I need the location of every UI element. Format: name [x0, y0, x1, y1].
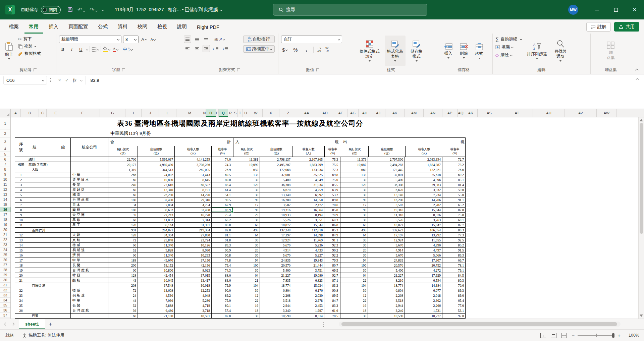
cell[interactable]: 4,048: [175, 293, 212, 298]
cell[interactable]: 84.5: [442, 273, 466, 278]
cell[interactable]: 大韓: [71, 233, 108, 237]
cell[interactable]: 2,944: [368, 303, 405, 308]
page-break-view-icon[interactable]: [561, 333, 567, 338]
row-header-15[interactable]: 15: [0, 202, 10, 207]
row-header-29[interactable]: 29: [0, 273, 10, 278]
cell[interactable]: [27, 288, 71, 293]
cell[interactable]: 5,670: [368, 253, 405, 258]
cell[interactable]: 90.9: [212, 248, 233, 252]
cell[interactable]: 11,340: [138, 243, 175, 247]
cell[interactable]: 4,433: [292, 248, 324, 252]
cell[interactable]: 64.3: [324, 218, 340, 222]
cell[interactable]: 11,379: [340, 157, 368, 162]
cell[interactable]: 74.9: [324, 213, 340, 217]
fill-button[interactable]: 填滿: [495, 44, 522, 50]
cell[interactable]: 5,400: [260, 177, 292, 182]
cell[interactable]: 90.8: [212, 253, 233, 258]
cell[interactable]: 3,518: [260, 298, 292, 303]
cell[interactable]: 87.1: [324, 278, 340, 283]
cell[interactable]: 84.9: [324, 233, 340, 237]
cell[interactable]: 16: [15, 253, 27, 258]
cell[interactable]: 16,564: [292, 208, 324, 212]
tab-Right PDF[interactable]: Right PDF: [193, 21, 224, 34]
cell[interactable]: 87.8: [212, 314, 233, 318]
cell[interactable]: 30: [233, 253, 260, 258]
cell[interactable]: 77.3: [324, 167, 340, 172]
cell[interactable]: 14,766: [405, 197, 442, 202]
number-format-select[interactable]: 自訂: [281, 36, 342, 43]
delete-cells-button[interactable]: 刪除: [458, 36, 470, 66]
font-size-select[interactable]: 8: [123, 36, 139, 43]
name-box[interactable]: O16: [3, 76, 47, 84]
cell[interactable]: 86.8: [212, 223, 233, 227]
insert-cells-button[interactable]: 插入: [442, 36, 455, 66]
cell[interactable]: 52: [108, 248, 138, 252]
cell[interactable]: 64: [233, 273, 260, 278]
cell[interactable]: 94: [233, 258, 260, 263]
wrap-text-button[interactable]: abc↩ 自動換行: [243, 36, 275, 43]
cell[interactable]: 30: [233, 187, 260, 192]
cell[interactable]: 27,890: [175, 233, 212, 237]
cell[interactable]: [27, 182, 71, 187]
cell[interactable]: 24: [108, 293, 138, 298]
alignment-dialog-launcher-icon[interactable]: [237, 68, 240, 71]
selected-cell[interactable]: 83.9: [212, 208, 233, 212]
cell[interactable]: 7: [15, 203, 27, 207]
increase-decimal-icon[interactable]: ←0.00: [317, 47, 321, 53]
namebox-splitter[interactable]: [50, 78, 51, 82]
cell[interactable]: 74.0: [212, 157, 233, 162]
cell[interactable]: 100: [233, 263, 260, 268]
vertical-scrollbar[interactable]: [638, 117, 644, 319]
cell[interactable]: 65.2: [442, 203, 466, 207]
cell[interactable]: 22: [340, 278, 368, 283]
cell[interactable]: 60: [108, 177, 138, 182]
minimize-button[interactable]: ─: [588, 0, 606, 19]
cell[interactable]: 76.9: [212, 167, 233, 172]
cell[interactable]: 酷航: [71, 278, 108, 283]
cell[interactable]: 5,400: [368, 268, 405, 273]
cell[interactable]: 89.3: [212, 243, 233, 247]
cell[interactable]: 660: [340, 167, 368, 172]
cell[interactable]: 首爾金浦: [27, 283, 71, 288]
cell[interactable]: 78.1: [442, 263, 466, 268]
cell[interactable]: 20,177: [108, 162, 138, 167]
cell[interactable]: 5,670: [260, 243, 292, 247]
cell[interactable]: 75.0: [324, 177, 340, 182]
clipboard-dialog-launcher-icon[interactable]: [34, 68, 37, 71]
cell[interactable]: 25: [15, 303, 27, 308]
cell[interactable]: 34,394: [138, 233, 175, 237]
cell[interactable]: 10,293: [175, 253, 212, 258]
cell[interactable]: 台灣虎航: [71, 197, 108, 202]
cell[interactable]: 76.6: [442, 283, 466, 288]
align-top-icon[interactable]: [184, 36, 191, 43]
cell[interactable]: 15,847: [405, 223, 442, 227]
tab-校閱[interactable]: 校閱: [133, 20, 152, 34]
cell[interactable]: [27, 258, 71, 263]
cell[interactable]: [27, 208, 71, 212]
cell[interactable]: 14,384: [405, 283, 442, 288]
conditional-formatting-button[interactable]: 條件式格式 設定: [357, 36, 382, 66]
cell[interactable]: 91.1: [442, 197, 466, 202]
italic-button[interactable]: I: [68, 46, 75, 53]
phonetic-guide-icon[interactable]: 中ㄓㄨ: [123, 46, 132, 53]
cell[interactable]: 106,554: [405, 228, 442, 232]
cell[interactable]: 25,618: [405, 172, 442, 177]
cell[interactable]: 264,871: [138, 228, 175, 232]
cell[interactable]: 23,724: [175, 238, 212, 242]
cell[interactable]: 37,615: [175, 273, 212, 278]
cell[interactable]: 5,400: [260, 268, 292, 273]
cell[interactable]: 25,825: [292, 172, 324, 177]
cell[interactable]: [27, 187, 71, 192]
cell[interactable]: 21,227: [368, 273, 405, 278]
cell[interactable]: 90: [340, 197, 368, 202]
column-header-E[interactable]: E: [47, 109, 65, 117]
zoom-level[interactable]: 100%: [625, 333, 639, 338]
cell[interactable]: 6,992: [292, 192, 324, 197]
cell[interactable]: 90.8: [324, 288, 340, 293]
cell[interactable]: [71, 283, 108, 288]
cell[interactable]: 7,835: [260, 278, 292, 283]
cell[interactable]: [27, 298, 71, 303]
find-select-button[interactable]: 尋找與 選取: [552, 36, 569, 66]
cell[interactable]: 89.8: [324, 197, 340, 202]
cell[interactable]: 國泰: [71, 192, 108, 197]
